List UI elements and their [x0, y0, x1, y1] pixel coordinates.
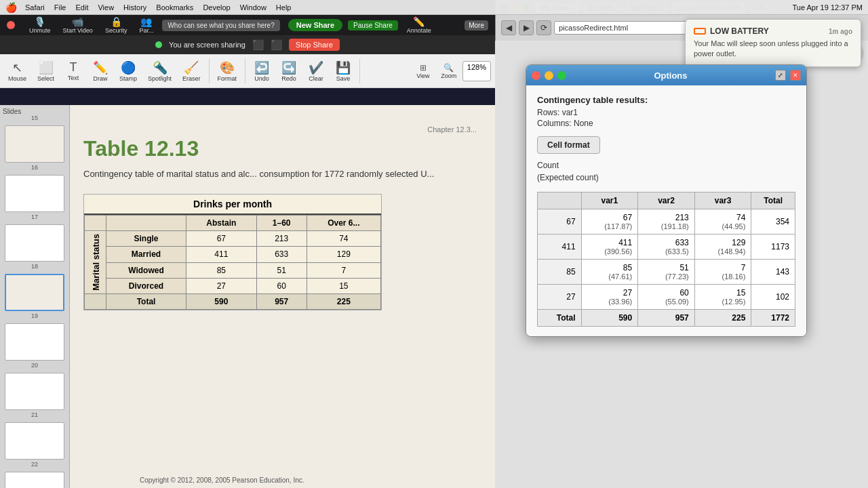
sharing-indicator — [155, 41, 162, 48]
res-total-var3: 225 — [694, 310, 751, 327]
sc-refresh-btn[interactable]: ⟳ — [536, 20, 551, 35]
toolbar-divider3 — [359, 59, 360, 83]
tool-draw[interactable]: ✏️ Draw — [88, 58, 113, 84]
notif-body: Your Mac will sleep soon unless plugged … — [694, 39, 852, 60]
slide-num-19: 19 — [0, 312, 69, 319]
slide-num-18: 18 — [0, 263, 69, 270]
res-r2-var3: 129 (148.94) — [694, 235, 751, 260]
widowed-abstain: 85 — [186, 262, 257, 278]
tool-spotlight[interactable]: 🔦 Spotlight — [144, 58, 176, 84]
sc-forward-btn[interactable]: ▶ — [519, 20, 534, 35]
slide-thumb-18[interactable] — [5, 274, 64, 311]
res-th-total: Total — [751, 192, 795, 209]
slide-subtitle: Contingency table of marital status and … — [83, 168, 477, 180]
dialog-title: Options — [570, 70, 771, 81]
res-r1-var2: 213 (191.18) — [638, 209, 695, 235]
sc-back-btn[interactable]: ◀ — [501, 20, 516, 35]
menu-help[interactable]: Help — [272, 2, 296, 13]
screen-share-bar: You are screen sharing ⬛ ⬛ Stop Share — [0, 35, 495, 54]
res-row-4: 27 27 (33.96) 60 (55.09) 15 (12.95) 102 — [538, 285, 795, 310]
res-r1-var1: 67 (117.87) — [581, 209, 638, 235]
notif-title-row: LOW BATTERY 1m ago — [694, 26, 852, 36]
married-abstain: 411 — [186, 247, 257, 262]
tool-select[interactable]: ⬜ Select — [33, 58, 58, 84]
slide-num-21: 21 — [0, 411, 69, 418]
menu-history[interactable]: History — [119, 2, 151, 13]
res-r2-var1: 411 (390.56) — [581, 235, 638, 260]
res-row-1: 67 67 (117.87) 213 (191.18) 74 (44.95) 3… — [538, 209, 795, 235]
clock: Tue Apr 19 12:37 PM — [792, 3, 863, 12]
zoom-level[interactable]: 128% — [462, 61, 491, 81]
start-video-btn[interactable]: 📹 Start Video — [60, 15, 96, 35]
new-share-button[interactable]: New Share — [288, 19, 342, 31]
dialog-min-btn[interactable] — [545, 71, 553, 80]
menu-window[interactable]: Window — [236, 2, 271, 13]
tool-redo[interactable]: ↪️ Redo — [277, 58, 301, 84]
tool-format[interactable]: 🎨 Format — [214, 58, 241, 84]
res-total-label: Total — [538, 310, 582, 327]
married-1to60: 633 — [256, 247, 307, 262]
more-button[interactable]: More — [465, 20, 488, 30]
dialog-body: Contingency table results: Rows: var1 Co… — [526, 85, 806, 336]
dialog-close-x-btn[interactable]: ✕ — [790, 70, 801, 81]
extra-tools: ⊞View 🔍Zoom 128% — [411, 61, 491, 81]
menu-develop[interactable]: Develop — [199, 2, 234, 13]
widowed-1to60: 51 — [256, 262, 307, 278]
dialog-max-btn[interactable] — [557, 71, 566, 80]
slide-thumb-16[interactable] — [5, 175, 64, 212]
single-1to60: 213 — [256, 231, 307, 247]
slide-thumb-22[interactable] — [5, 472, 64, 488]
tool-stamp[interactable]: 🔵 Stamp — [115, 58, 141, 84]
res-rl-2: 411 — [538, 235, 582, 260]
video-bar: 🎙️ Unmute 📹 Start Video 🔒 Security 👥 Par… — [0, 15, 495, 35]
battery-icon — [694, 28, 706, 35]
menubar-right: Tue Apr 19 12:37 PM — [792, 3, 863, 12]
cell-format-button[interactable]: Cell format — [537, 136, 600, 154]
pause-share-button[interactable]: Pause Share — [348, 20, 398, 30]
tool-mouse[interactable]: ↖ Mouse — [4, 58, 31, 84]
slide-num-16: 16 — [0, 164, 69, 171]
slide-thumb-21[interactable] — [5, 422, 64, 460]
stop-share-button[interactable]: Stop Share — [289, 39, 340, 51]
tool-zoom[interactable]: 🔍Zoom — [437, 61, 461, 81]
menu-view[interactable]: View — [94, 2, 118, 13]
results-table: var1 var2 var3 Total 67 67 (117.87) 213 … — [537, 192, 795, 327]
unmute-btn[interactable]: 🎙️ Unmute — [26, 15, 54, 35]
security-btn[interactable]: 🔒 Security — [102, 15, 131, 35]
window-close-btn[interactable] — [7, 21, 15, 29]
slide-thumb-20[interactable] — [5, 373, 64, 410]
slide-thumb-15[interactable] — [5, 125, 64, 163]
res-r3-var3: 7 (18.16) — [694, 260, 751, 285]
menu-file[interactable]: File — [50, 2, 71, 13]
dialog-expand-btn[interactable]: ⤢ — [775, 70, 786, 81]
slide-thumb-19[interactable] — [5, 323, 64, 361]
total-1to60: 957 — [256, 294, 307, 310]
tool-view[interactable]: ⊞View — [411, 61, 435, 81]
apple-menu[interactable]: 🍎 — [5, 2, 17, 13]
annotate-btn[interactable]: ✏️ Annotate — [403, 15, 435, 35]
menu-edit[interactable]: Edit — [71, 2, 92, 13]
menu-bookmarks[interactable]: Bookmarks — [152, 2, 197, 13]
row-axis-label: Marital status — [85, 231, 106, 294]
macos-menubar: 🍎 Safari File Edit View History Bookmark… — [0, 0, 868, 15]
tool-clear[interactable]: ✔️ Clear — [304, 58, 328, 84]
tool-undo[interactable]: ↩️ Undo — [250, 58, 274, 84]
res-row-2: 411 411 (390.56) 633 (633.5) 129 (148.94… — [538, 235, 795, 260]
participants-btn[interactable]: 👥 Par... — [136, 15, 157, 35]
res-th-var1: var1 — [581, 192, 638, 209]
slide-thumb-17[interactable] — [5, 224, 64, 262]
row-divorced: Divorced — [106, 278, 186, 293]
total-over: 225 — [307, 294, 380, 310]
chapter-label: Chapter 12.3... — [83, 125, 477, 134]
slide-num-15: 15 — [0, 115, 69, 121]
who-can-see-btn[interactable]: Who can see what you share here? — [162, 20, 279, 31]
tool-eraser[interactable]: 🧹 Eraser — [178, 58, 205, 84]
row-married: Married — [106, 247, 186, 262]
divorced-abstain: 27 — [186, 278, 257, 293]
tool-save[interactable]: 💾 Save — [331, 58, 355, 84]
divorced-1to60: 60 — [256, 278, 307, 293]
dialog-close-btn[interactable] — [532, 71, 540, 80]
menu-safari[interactable]: Safari — [21, 2, 49, 13]
res-r2-total: 1173 — [751, 235, 795, 260]
tool-text[interactable]: T Text — [61, 58, 85, 83]
